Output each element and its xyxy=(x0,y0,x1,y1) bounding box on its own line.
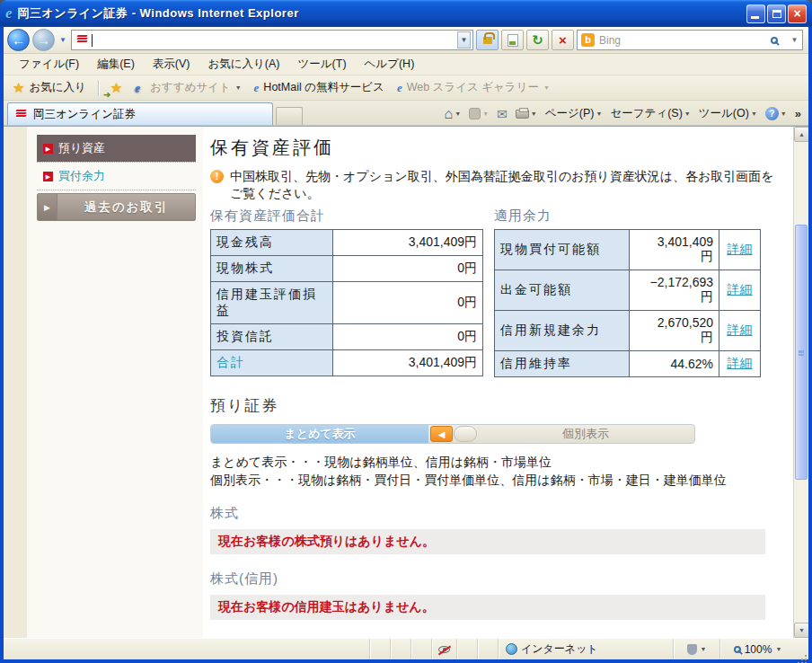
overflow-button[interactable]: » xyxy=(795,107,801,120)
mail-icon: ✉ xyxy=(497,108,508,120)
add-favorite-button[interactable]: ★➜ xyxy=(107,78,126,98)
tab-bar: 岡三オンライン証券 ⌂▼ ▼ ✉ ▼ ページ(P)▼ セーフティ(S)▼ ツール… xyxy=(4,101,808,126)
chevron-down-icon: ▼ xyxy=(701,646,707,652)
text-caret xyxy=(92,34,93,47)
main-panel: 保有資産評価 ! 中国株取引、先物・オプション取引、外国為替証拠金取引のお預り資… xyxy=(203,127,793,638)
scrollbar-thumb[interactable] xyxy=(795,225,808,480)
description-line: まとめて表示・・・現物は銘柄単位、信用は銘柄・市場単位 xyxy=(210,453,778,471)
table-row: 信用維持率 44.62% 詳細 xyxy=(495,351,761,377)
minimize-button[interactable] xyxy=(746,4,765,23)
warning-icon: ! xyxy=(210,170,224,183)
security-zone: インターネット xyxy=(498,639,673,659)
deposit-section-title: 預り証券 xyxy=(210,395,781,416)
menu-tools[interactable]: ツール(T) xyxy=(290,54,355,75)
zoom-control[interactable]: 100% ▼ xyxy=(719,639,795,659)
address-bar[interactable]: ▼ xyxy=(71,30,473,50)
home-button[interactable]: ⌂▼ xyxy=(445,107,462,121)
webslice-gallery-link[interactable]: e Web スライス ギャラリー ▼ xyxy=(393,78,553,97)
scroll-down-button[interactable]: ▼ xyxy=(794,623,808,638)
detail-link[interactable]: 詳細 xyxy=(728,282,753,296)
address-history-dropdown[interactable]: ▼ xyxy=(457,31,471,49)
forward-button[interactable]: → xyxy=(32,29,55,51)
inprivate-filter-button[interactable] xyxy=(431,639,456,659)
detail-link[interactable]: 詳細 xyxy=(728,323,753,337)
detail-link[interactable]: 詳細 xyxy=(728,356,753,370)
toggle-individual-option[interactable]: 個別表示 xyxy=(477,426,694,442)
menu-help[interactable]: ヘルプ(H) xyxy=(357,54,423,75)
detail-link[interactable]: 詳細 xyxy=(728,242,753,256)
new-tab-button[interactable] xyxy=(276,107,303,125)
menu-file[interactable]: ファイル(F) xyxy=(11,54,87,75)
page-menu-button[interactable]: ページ(P)▼ xyxy=(545,106,603,121)
toggle-arrow-button[interactable]: ◀ xyxy=(430,426,453,442)
search-options-dropdown[interactable]: ▼ xyxy=(789,31,800,49)
close-button[interactable]: × xyxy=(788,4,807,23)
maximize-button[interactable] xyxy=(767,4,786,23)
chevron-down-icon: ▼ xyxy=(596,110,603,117)
toggle-grouped-option[interactable]: まとめて表示 xyxy=(211,425,428,443)
recent-pages-dropdown[interactable]: ▼ xyxy=(57,36,68,44)
read-mail-button[interactable]: ✉ xyxy=(497,108,508,120)
title-bar[interactable]: e 岡三オンライン証券 - Windows Internet Explorer … xyxy=(0,0,812,27)
sidebar-item-past-transactions[interactable]: ▶ 過去のお取引 xyxy=(37,193,196,221)
chevron-down-icon: ▼ xyxy=(543,84,550,91)
minimize-icon xyxy=(751,16,759,19)
menu-view[interactable]: 表示(V) xyxy=(145,54,199,75)
margin-stock-section-title: 株式(信用) xyxy=(210,570,781,588)
star-icon: ★ xyxy=(13,80,24,96)
toggle-knob[interactable] xyxy=(454,426,477,442)
chevron-down-icon: ▼ xyxy=(781,110,787,117)
home-icon: ⌂ xyxy=(445,107,454,121)
menu-favorites[interactable]: お気に入り(A) xyxy=(199,54,287,75)
search-input[interactable]: Bing xyxy=(599,34,760,47)
safety-menu-button[interactable]: セーフティ(S)▼ xyxy=(610,106,690,121)
vertical-scrollbar[interactable]: ▲ ▼ xyxy=(793,127,808,638)
window-title: 岡三オンライン証券 - Windows Internet Explorer xyxy=(18,5,746,22)
favorites-bar: ★ お気に入り ★➜ e おすすめサイト ▼ e HotMail の無料サービス… xyxy=(4,75,808,101)
security-lock-button[interactable] xyxy=(476,30,499,50)
back-button[interactable]: ← xyxy=(7,29,30,51)
tab-okasan[interactable]: 岡三オンライン証券 xyxy=(7,102,273,125)
chevron-down-icon: ▼ xyxy=(455,110,461,117)
table-row: 信用建玉評価損益 0円 xyxy=(211,282,483,324)
search-box[interactable]: b Bing ▼ xyxy=(577,30,803,50)
summary-table: 現金残高 3,401,409円 現物株式 0円 信用建玉評価損益 0円 xyxy=(210,229,483,376)
stop-button[interactable]: × xyxy=(552,30,574,50)
help-icon: ? xyxy=(765,107,779,120)
search-icon xyxy=(771,37,778,44)
print-button[interactable]: ▼ xyxy=(516,110,537,119)
chevron-down-icon: ▼ xyxy=(235,84,242,91)
tools-menu-button[interactable]: ツール(O)▼ xyxy=(699,106,757,121)
table-row: 信用新規建余力 2,670,520円 詳細 xyxy=(495,311,761,351)
table-row: 現物買付可能額 3,401,409円 詳細 xyxy=(495,230,761,270)
favorites-button[interactable]: ★ お気に入り xyxy=(9,78,90,98)
search-button[interactable] xyxy=(764,31,784,49)
help-button[interactable]: ?▼ xyxy=(765,107,787,120)
sidebar-item-buying-power[interactable]: ▶ 買付余力 xyxy=(37,162,196,190)
chevron-down-icon: ▼ xyxy=(684,110,691,117)
zone-label: インターネット xyxy=(521,641,598,657)
ie-logo-icon: e xyxy=(5,4,13,22)
margin-column: 適用余力 現物買付可能額 3,401,409円 詳細 出金可能額 xyxy=(494,208,761,377)
feeds-button[interactable]: ▼ xyxy=(469,108,489,119)
asset-tables: 保有資産評価合計 現金残高 3,401,409円 現物株式 0円 xyxy=(210,208,781,377)
summary-table-title: 保有資産評価合計 xyxy=(210,208,483,225)
chevron-down-icon: ▼ xyxy=(482,110,489,117)
compatibility-view-button[interactable] xyxy=(501,30,524,50)
scroll-up-button[interactable]: ▲ xyxy=(794,127,808,142)
rss-icon xyxy=(469,108,481,119)
hotmail-link[interactable]: e HotMail の無料サービス xyxy=(251,78,388,97)
window-controls: × xyxy=(746,4,807,23)
protected-mode-button[interactable]: ▼ xyxy=(673,639,719,659)
notice: ! 中国株取引、先物・オプション取引、外国為替証拠金取引のお預り資産状況は、各お… xyxy=(210,168,785,202)
margin-stock-empty-message: 現在お客様の信用建玉はありません。 xyxy=(210,595,765,620)
sidebar-item-deposit-assets[interactable]: ▶ 預り資産 xyxy=(37,135,196,162)
refresh-button[interactable]: ↻ xyxy=(526,30,549,50)
description-line: 個別表示・・・現物は銘柄・買付日・買付単価単位、信用は銘柄・市場・建日・建単価単… xyxy=(210,471,778,489)
menu-edit[interactable]: 編集(E) xyxy=(89,54,143,75)
resize-grip[interactable] xyxy=(795,639,808,659)
separator xyxy=(98,80,99,96)
lock-icon xyxy=(483,37,492,44)
chevron-down-icon: ▼ xyxy=(751,110,757,117)
suggested-sites-link[interactable]: e おすすめサイト ▼ xyxy=(131,78,244,97)
